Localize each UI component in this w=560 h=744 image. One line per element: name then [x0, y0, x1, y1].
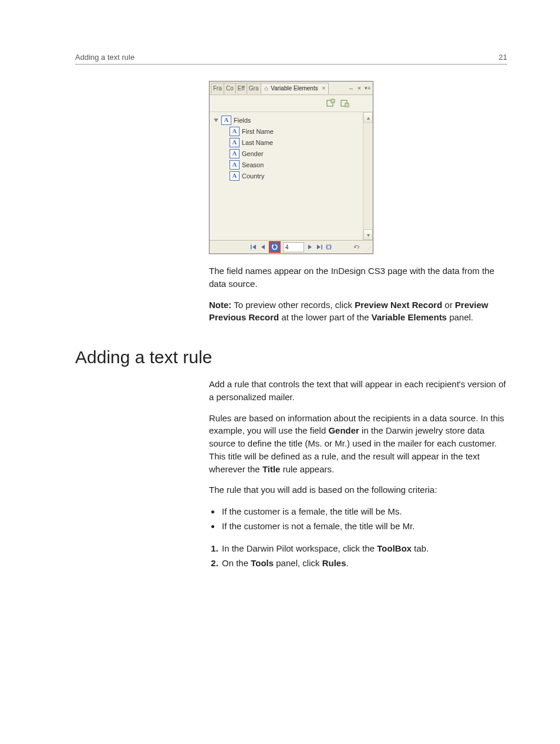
running-header-page: 21 — [499, 53, 507, 62]
tree-item-gender[interactable]: A Gender — [212, 148, 360, 159]
panel-menu-icon[interactable]: ▾≡ — [365, 85, 370, 91]
text-field-type-icon: A — [230, 171, 239, 181]
panel-body: A Fields A First Name A Last Name A Gend… — [210, 112, 373, 240]
resize-grip-icon[interactable]: ⋰ — [366, 246, 370, 252]
fields-tree: A Fields A First Name A Last Name A Gend… — [210, 112, 363, 240]
previous-record-icon[interactable] — [259, 243, 266, 251]
svg-marker-15 — [354, 246, 356, 248]
tab-label: Variable Elements — [271, 85, 318, 92]
svg-marker-4 — [214, 119, 218, 122]
undo-icon[interactable] — [353, 243, 360, 251]
vertical-scrollbar[interactable]: ▴ ▾ — [363, 112, 373, 240]
tab-frames[interactable]: Fra — [211, 83, 224, 94]
disclosure-triangle-icon[interactable] — [213, 117, 219, 123]
tree-item-first-name[interactable]: A First Name — [212, 126, 360, 137]
tree-item-label: Gender — [242, 150, 264, 157]
diamond-icon: ◇ — [264, 86, 268, 92]
svg-marker-10 — [317, 245, 321, 249]
steps-list: In the Darwin Pilot workspace, click the… — [209, 542, 507, 570]
refresh-preview-button[interactable] — [269, 241, 281, 253]
step-item: On the Tools panel, click Rules. — [221, 556, 507, 570]
variable-elements-panel: Fra Co Eff Gra ◇ Variable Elements × – ×… — [209, 81, 373, 254]
next-record-icon[interactable] — [306, 243, 313, 251]
text-field-type-icon: A — [230, 149, 239, 158]
tab-effects[interactable]: Eff — [235, 83, 247, 94]
list-item: If the customer is not a female, the tit… — [221, 519, 507, 533]
panel-toolbar — [210, 95, 373, 112]
content-column: Add a rule that controls the text that w… — [209, 378, 507, 570]
text-field-type-icon: A — [221, 116, 231, 125]
tab-variable-elements[interactable]: ◇ Variable Elements × — [261, 83, 329, 94]
close-icon[interactable]: × — [322, 85, 326, 92]
criteria-list: If the customer is a female, the title w… — [209, 505, 507, 533]
svg-marker-7 — [261, 245, 265, 249]
fit-page-icon[interactable] — [325, 243, 332, 251]
window-controls: – × ▾≡ — [348, 85, 372, 91]
last-record-icon[interactable] — [316, 243, 323, 251]
tree-item-label: First Name — [242, 128, 274, 135]
svg-rect-5 — [251, 245, 252, 249]
paragraph: The field names appear on the InDesign C… — [209, 265, 507, 290]
panel-tabstrip: Fra Co Eff Gra ◇ Variable Elements × — [211, 83, 328, 94]
tree-item-label: Season — [242, 161, 264, 168]
running-header: Adding a text rule 21 — [75, 53, 507, 65]
scroll-down-icon[interactable]: ▾ — [363, 229, 373, 240]
paragraph: The rule that you will add is based on t… — [209, 483, 507, 496]
record-number-field[interactable]: 4 — [283, 242, 304, 252]
text-field-type-icon: A — [230, 127, 239, 136]
section-heading: Adding a text rule — [75, 347, 507, 367]
tab-color[interactable]: Co — [224, 83, 236, 94]
tab-graphics[interactable]: Gra — [247, 83, 261, 94]
content-column: Fra Co Eff Gra ◇ Variable Elements × – ×… — [209, 81, 507, 324]
tree-item-last-name[interactable]: A Last Name — [212, 137, 360, 148]
paragraph: Rules are based on information about the… — [209, 412, 507, 476]
step-item: In the Darwin Pilot workspace, click the… — [221, 542, 507, 555]
svg-rect-1 — [331, 99, 335, 103]
document-page: Adding a text rule 21 Fra Co Eff Gra ◇ V… — [0, 0, 560, 744]
close-window-icon[interactable]: × — [356, 85, 362, 91]
text-field-type-icon: A — [230, 160, 239, 170]
running-header-title: Adding a text rule — [75, 53, 134, 62]
tree-item-season[interactable]: A Season — [212, 159, 360, 170]
list-item: If the customer is a female, the title w… — [221, 505, 507, 518]
tree-item-country[interactable]: A Country — [212, 170, 360, 181]
note-label: Note: — [209, 300, 231, 310]
text-field-type-icon: A — [230, 138, 239, 147]
first-record-icon[interactable] — [250, 243, 257, 251]
add-record-icon[interactable] — [340, 99, 349, 108]
tree-item-label: Last Name — [242, 139, 273, 146]
tree-root-fields[interactable]: A Fields — [212, 114, 360, 126]
svg-marker-6 — [252, 245, 256, 249]
note-paragraph: Note: To preview other records, click Pr… — [209, 299, 507, 324]
minimize-icon[interactable]: – — [348, 85, 354, 91]
scroll-up-icon[interactable]: ▴ — [363, 112, 373, 123]
tree-root-label: Fields — [234, 117, 251, 124]
svg-marker-9 — [308, 245, 312, 249]
record-nav-bar: 4 ⋰ — [210, 240, 373, 253]
svg-rect-3 — [345, 103, 349, 107]
paragraph: Add a rule that controls the text that w… — [209, 378, 507, 404]
add-field-icon[interactable] — [326, 99, 335, 108]
svg-rect-11 — [322, 245, 323, 249]
panel-titlebar: Fra Co Eff Gra ◇ Variable Elements × – ×… — [210, 82, 373, 95]
tree-item-label: Country — [242, 173, 265, 180]
